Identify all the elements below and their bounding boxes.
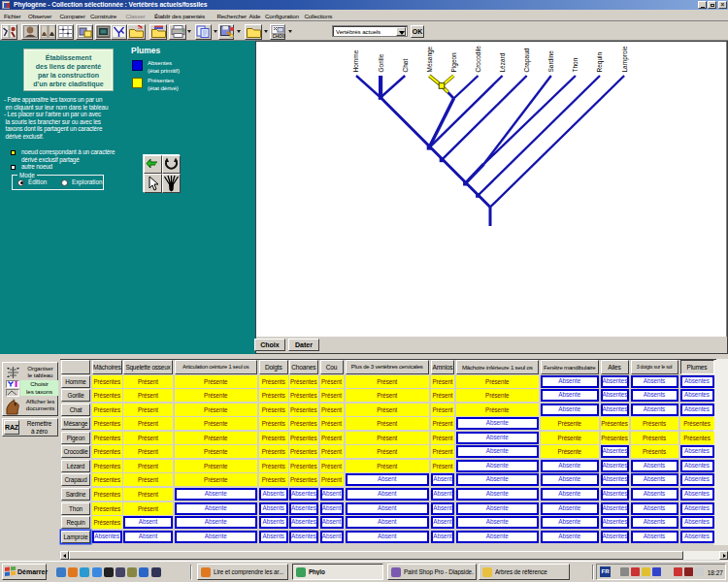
svg-text:Crapaud: Crapaud [523,48,531,72]
svg-text:CHOIX: CHOIX [273,34,286,39]
svg-text:Chat: Chat [402,59,409,73]
svg-text:Mésange: Mésange [426,46,434,72]
svg-text:25: 25 [138,25,143,30]
svg-text:Pigeon: Pigeon [450,52,458,73]
svg-text:Gorille: Gorille [378,53,384,72]
svg-text:Requin: Requin [596,52,604,73]
svg-text:Homme: Homme [352,49,359,72]
svg-text:Lézard: Lézard [499,52,506,72]
svg-text:Lamproie: Lamproie [621,46,629,72]
svg-text:Crocodile: Crocodile [475,46,481,73]
svg-text:Thon: Thon [572,57,579,72]
svg-text:Sardine: Sardine [547,50,554,73]
